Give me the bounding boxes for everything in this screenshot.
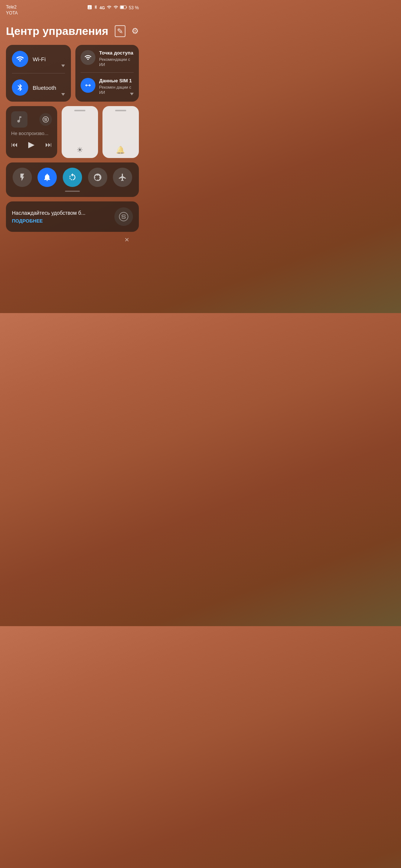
- sim-item[interactable]: Данные SIM 1 Рекомен дации с ИИ: [81, 78, 134, 95]
- battery-icon: [120, 5, 127, 11]
- battery-percent: 53 %: [129, 5, 139, 10]
- sim-subtitle: Рекомен дации с ИИ: [99, 85, 134, 95]
- page-title: Центр управления: [6, 25, 108, 37]
- flashlight-button[interactable]: [13, 168, 32, 187]
- next-track-button[interactable]: ⏭: [45, 141, 52, 149]
- banner-close-button[interactable]: ✕: [124, 236, 129, 243]
- signal-4g-icon: 4G: [100, 6, 105, 10]
- shazam-icon[interactable]: [39, 113, 52, 126]
- bluetooth-status-icon: [94, 4, 98, 11]
- header-actions: ✎ ⚙: [115, 25, 139, 37]
- sim-data-icon: [84, 82, 92, 89]
- bluetooth-item[interactable]: Bluetooth: [12, 79, 65, 96]
- bluetooth-chevron-icon: [61, 93, 65, 96]
- banner-content: Наслаждайтесь удобством б... ПОДРОБНЕЕ: [12, 210, 110, 224]
- header: Центр управления ✎ ⚙: [6, 22, 139, 37]
- status-icons: 4G 53 %: [87, 4, 139, 11]
- banner-tile: Наслаждайтесь удобством б... ПОДРОБНЕЕ: [6, 201, 139, 232]
- sim-chevron-icon: [130, 93, 134, 95]
- media-top: [11, 111, 52, 128]
- quick-actions-row: [10, 168, 135, 187]
- prev-track-button[interactable]: ⏮: [11, 141, 18, 149]
- hotspot-subtitle: Рекомендации с ИИ: [99, 57, 134, 68]
- media-track-title: Не воспроизво...: [11, 131, 52, 136]
- volume-icon: 🔔: [116, 145, 125, 154]
- control-center: Центр управления ✎ ⚙ Wi-Fi: [0, 19, 145, 244]
- volume-handle: [115, 110, 126, 111]
- bluetooth-icon-circle: [12, 79, 28, 96]
- bluetooth-icon: [16, 83, 24, 92]
- top-tiles-row: Wi-Fi Bluetooth: [6, 45, 139, 102]
- hotspot-icon: [84, 54, 92, 61]
- brightness-slider-tile[interactable]: ☀: [62, 106, 98, 158]
- carrier-info: Tele2 YOTA: [6, 4, 18, 16]
- nfc-icon: [93, 173, 102, 182]
- wifi-label: Wi-Fi: [33, 56, 46, 62]
- brightness-icon: ☀: [76, 145, 83, 154]
- quick-actions-tile: [6, 162, 139, 197]
- wifi-icon-circle: [12, 51, 28, 67]
- sim-title: Данные SIM 1: [99, 78, 134, 84]
- notifications-button[interactable]: [38, 168, 57, 187]
- status-bar: Tele2 YOTA 4G 53 %: [0, 0, 145, 19]
- wifi-item[interactable]: Wi-Fi: [12, 51, 65, 67]
- nfc-icon: [87, 5, 92, 11]
- wifi-icon: [16, 55, 24, 63]
- airplane-mode-button[interactable]: [113, 168, 132, 187]
- signal-bars-2-icon: [113, 5, 118, 10]
- settings-icon[interactable]: ⚙: [131, 26, 139, 36]
- sim-icon-circle: [81, 78, 95, 93]
- hotspot-title: Точка доступа: [99, 50, 134, 56]
- media-tile[interactable]: Не воспроизво... ⏮ ▶ ⏭: [6, 106, 57, 158]
- network-divider: [12, 73, 65, 73]
- banner-title: Наслаждайтесь удобством б...: [12, 210, 110, 216]
- wifi-chevron-icon: [61, 65, 65, 67]
- bell-icon: [43, 173, 52, 182]
- quick-actions-scrollbar: [65, 191, 80, 192]
- banner-symbol-icon: [118, 211, 129, 222]
- signal-bars-1-icon: [107, 5, 112, 10]
- svg-rect-1: [126, 6, 127, 8]
- nfc-button[interactable]: [88, 168, 107, 187]
- rotate-icon: [68, 173, 77, 182]
- hotspot-icon-circle: [81, 50, 95, 65]
- airplane-icon: [118, 173, 127, 182]
- hotspot-text: Точка доступа Рекомендации с ИИ: [99, 50, 134, 67]
- bluetooth-label: Bluetooth: [33, 85, 56, 91]
- right-tile[interactable]: Точка доступа Рекомендации с ИИ Данные S…: [75, 45, 139, 102]
- right-divider: [81, 72, 134, 73]
- rotate-button[interactable]: [63, 168, 82, 187]
- sim-text: Данные SIM 1 Рекомен дации с ИИ: [99, 78, 134, 95]
- shazam-symbol-icon: [42, 116, 49, 123]
- music-note-icon: [15, 115, 23, 124]
- banner-icon: [114, 207, 133, 226]
- banner-link-button[interactable]: ПОДРОБНЕЕ: [12, 218, 110, 224]
- volume-slider-tile[interactable]: 🔔: [102, 106, 139, 158]
- hotspot-item[interactable]: Точка доступа Рекомендации с ИИ: [81, 50, 134, 67]
- flashlight-icon: [18, 173, 27, 182]
- svg-rect-2: [120, 6, 124, 9]
- edit-icon[interactable]: ✎: [115, 25, 125, 37]
- banner-wrapper: Наслаждайтесь удобством б... ПОДРОБНЕЕ ✕: [6, 201, 139, 232]
- network-tile[interactable]: Wi-Fi Bluetooth: [6, 45, 71, 102]
- play-button[interactable]: ▶: [28, 140, 35, 149]
- media-art: [11, 111, 27, 128]
- media-controls: ⏮ ▶ ⏭: [11, 140, 52, 149]
- media-row: Не воспроизво... ⏮ ▶ ⏭ ☀ 🔔: [6, 106, 139, 158]
- brightness-handle: [74, 110, 85, 111]
